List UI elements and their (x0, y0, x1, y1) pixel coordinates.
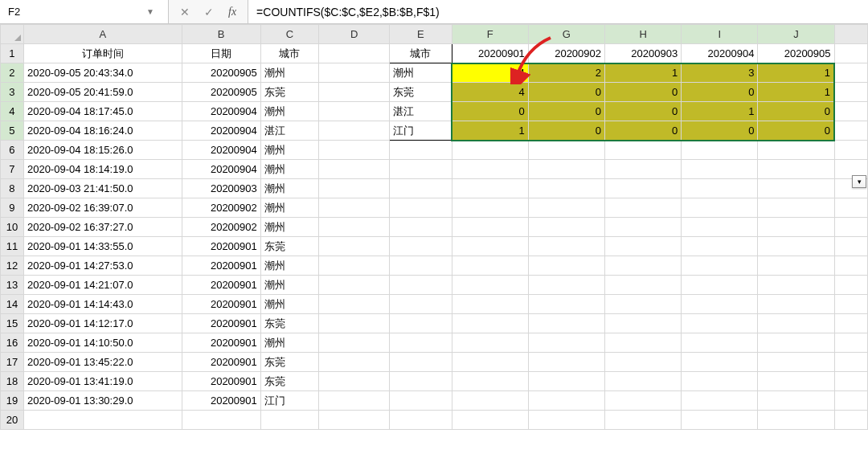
cell[interactable]: 2020-09-02 16:37:27.0 (23, 218, 182, 237)
cell[interactable] (682, 179, 758, 198)
cell[interactable]: 2020-09-05 20:41:59.0 (23, 83, 182, 102)
row-header[interactable]: 1 (1, 44, 24, 63)
cell[interactable] (834, 83, 867, 102)
select-all-corner[interactable] (1, 25, 24, 44)
cell[interactable] (452, 333, 528, 353)
cell[interactable] (182, 411, 260, 430)
cell[interactable]: 20200904 (182, 102, 260, 121)
cell[interactable]: 潮州 (260, 198, 318, 218)
cell[interactable]: 江门 (260, 391, 318, 411)
cell[interactable] (452, 353, 528, 372)
cell[interactable] (758, 276, 834, 295)
cell[interactable] (834, 218, 867, 237)
cell[interactable]: 潮州 (260, 276, 318, 295)
cell[interactable] (390, 333, 452, 353)
cell[interactable] (758, 237, 834, 256)
cell[interactable]: 2020-09-04 18:17:45.0 (23, 102, 182, 121)
cell[interactable]: 2020-09-01 14:33:55.0 (23, 237, 182, 256)
cell[interactable]: 0 (758, 121, 834, 141)
row-header[interactable]: 10 (1, 218, 24, 237)
name-box-dropdown-icon[interactable]: ▼ (143, 7, 158, 16)
row-header[interactable]: 4 (1, 102, 24, 121)
cell[interactable] (319, 237, 390, 256)
cell[interactable]: 20200901 (182, 353, 260, 372)
row-header[interactable]: 6 (1, 141, 24, 160)
cell[interactable] (605, 333, 682, 353)
cell[interactable] (260, 411, 318, 430)
cell[interactable]: 东莞 (260, 314, 318, 333)
cell[interactable] (528, 333, 604, 353)
cell[interactable]: 2020-09-02 16:39:07.0 (23, 198, 182, 218)
cell[interactable] (319, 276, 390, 295)
cell[interactable] (682, 160, 758, 179)
cell[interactable] (452, 314, 528, 333)
cell[interactable] (319, 256, 390, 276)
cell[interactable]: 潮州 (260, 179, 318, 198)
cell[interactable]: 1 (452, 121, 528, 141)
cell[interactable] (452, 391, 528, 411)
cell[interactable]: 0 (605, 102, 682, 121)
cell[interactable] (682, 256, 758, 276)
row-header[interactable]: 16 (1, 333, 24, 353)
cell[interactable] (682, 141, 758, 160)
cell[interactable]: 0 (452, 102, 528, 121)
cell[interactable] (834, 333, 867, 353)
cell[interactable] (390, 179, 452, 198)
row-header[interactable]: 15 (1, 314, 24, 333)
row-header[interactable]: 2 (1, 63, 24, 83)
cell[interactable] (682, 411, 758, 430)
cell[interactable] (452, 179, 528, 198)
cell[interactable]: 2020-09-01 14:27:53.0 (23, 256, 182, 276)
cell[interactable]: 0 (758, 102, 834, 121)
cell[interactable] (319, 63, 390, 83)
cell[interactable] (528, 391, 604, 411)
cell[interactable] (682, 314, 758, 333)
row-header[interactable]: 19 (1, 391, 24, 411)
cell[interactable] (834, 372, 867, 391)
cell[interactable]: 潮州 (260, 160, 318, 179)
cell[interactable] (605, 295, 682, 314)
cell[interactable] (452, 256, 528, 276)
cell[interactable] (758, 353, 834, 372)
confirm-icon[interactable]: ✓ (204, 6, 214, 18)
cell[interactable]: 4 (452, 63, 528, 83)
row-header[interactable]: 9 (1, 198, 24, 218)
cell[interactable] (528, 372, 604, 391)
row-header[interactable]: 17 (1, 353, 24, 372)
cell[interactable]: 20200901 (182, 295, 260, 314)
cell[interactable] (605, 237, 682, 256)
cell[interactable] (319, 121, 390, 141)
cell[interactable] (758, 314, 834, 333)
cell[interactable]: 0 (528, 102, 604, 121)
cell[interactable]: 江门 (390, 121, 452, 141)
cell[interactable] (682, 198, 758, 218)
cell[interactable]: 东莞 (260, 83, 318, 102)
cell[interactable] (452, 276, 528, 295)
cell[interactable]: 2 (528, 63, 604, 83)
cell[interactable] (390, 295, 452, 314)
spreadsheet-grid[interactable]: A B C D E F G H I J 1订单时间日期城市城市202009012… (0, 24, 868, 430)
cell[interactable]: 2020-09-01 14:21:07.0 (23, 276, 182, 295)
cell[interactable]: 潮州 (260, 102, 318, 121)
cell[interactable]: 20200905 (182, 83, 260, 102)
cell[interactable] (452, 295, 528, 314)
formula-input[interactable] (248, 0, 868, 23)
col-header-j[interactable]: J (758, 25, 834, 44)
cell[interactable]: 订单时间 (23, 44, 182, 63)
cell[interactable]: 东莞 (260, 353, 318, 372)
col-header-e[interactable]: E (390, 25, 452, 44)
cell[interactable]: 2020-09-04 18:14:19.0 (23, 160, 182, 179)
cell[interactable] (758, 372, 834, 391)
cell[interactable]: 0 (682, 83, 758, 102)
cell[interactable] (605, 391, 682, 411)
paste-options-icon[interactable]: ▾ (852, 175, 866, 188)
cell[interactable] (528, 237, 604, 256)
cell[interactable] (682, 391, 758, 411)
cell[interactable] (834, 314, 867, 333)
cell[interactable] (528, 160, 604, 179)
cell[interactable]: 20200904 (182, 141, 260, 160)
cell[interactable]: 潮州 (260, 295, 318, 314)
fx-icon[interactable]: fx (228, 6, 236, 18)
cell[interactable]: 1 (605, 63, 682, 83)
row-header[interactable]: 14 (1, 295, 24, 314)
